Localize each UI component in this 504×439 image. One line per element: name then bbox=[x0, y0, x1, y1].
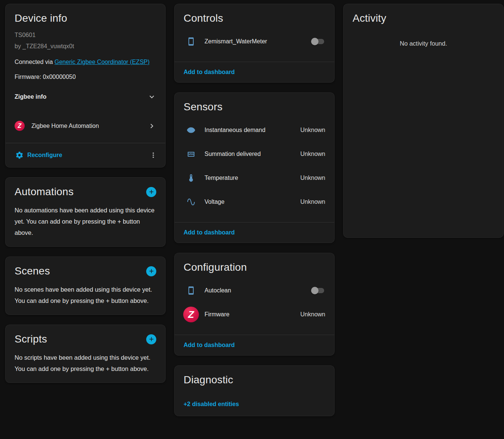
eye-icon bbox=[184, 126, 199, 135]
activity-title: Activity bbox=[353, 12, 494, 24]
add-script-button[interactable] bbox=[146, 334, 156, 344]
scenes-empty-text: No scenes have been added using this dev… bbox=[15, 284, 156, 306]
scripts-title: Scripts bbox=[15, 333, 47, 345]
entity-row-summation-delivered[interactable]: Summation delivered Unknown bbox=[184, 142, 325, 166]
integration-name: Zigbee Home Automation bbox=[31, 123, 141, 129]
entity-row-voltage[interactable]: Voltage Unknown bbox=[184, 190, 325, 214]
water-meter-toggle[interactable] bbox=[311, 38, 325, 45]
sine-wave-icon bbox=[184, 197, 199, 206]
entity-row-firmware[interactable]: Z Firmware Unknown bbox=[184, 303, 325, 326]
configuration-add-to-dashboard-link[interactable]: Add to dashboard bbox=[184, 342, 235, 348]
entity-value: Unknown bbox=[300, 311, 325, 318]
entity-row-instantaneous-demand[interactable]: Instantaneous demand Unknown bbox=[184, 118, 325, 142]
scripts-card: Scripts No scripts have been added using… bbox=[5, 325, 166, 383]
add-scene-button[interactable] bbox=[146, 266, 156, 276]
entity-name: Autoclean bbox=[205, 287, 311, 294]
entity-name: Zemismart_WaterMeter bbox=[205, 38, 311, 45]
entity-name: Firmware bbox=[205, 311, 296, 318]
cellphone-icon bbox=[184, 37, 199, 46]
chevron-down-icon bbox=[147, 92, 156, 101]
thermometer-icon bbox=[184, 174, 199, 182]
entity-row-temperature[interactable]: Temperature Unknown bbox=[184, 166, 325, 190]
reconfigure-label: Reconfigure bbox=[27, 152, 62, 159]
device-firmware: Firmware: 0x00000050 bbox=[15, 71, 156, 83]
zha-logo-icon: Z bbox=[184, 307, 199, 322]
device-info-title: Device info bbox=[15, 12, 156, 24]
entity-value: Unknown bbox=[300, 151, 325, 157]
diagnostic-card: Diagnostic +2 disabled entities bbox=[174, 365, 335, 416]
entity-row-autoclean[interactable]: Autoclean bbox=[184, 279, 325, 303]
left-column: Device info TS0601 by _TZE284_vuwtqx0t C… bbox=[5, 4, 166, 435]
controls-add-to-dashboard-link[interactable]: Add to dashboard bbox=[184, 69, 235, 75]
entity-value: Unknown bbox=[300, 175, 325, 181]
device-model: TS0601 bbox=[15, 30, 156, 41]
automations-empty-text: No automations have been added using thi… bbox=[15, 205, 156, 238]
zigbee-info-label: Zigbee info bbox=[15, 93, 46, 100]
activity-card: Activity No activity found. bbox=[343, 4, 504, 238]
entity-row-water-meter[interactable]: Zemismart_WaterMeter bbox=[184, 30, 325, 53]
connected-via-prefix: Connected via bbox=[15, 59, 55, 65]
device-menu-button[interactable] bbox=[146, 148, 161, 163]
entity-name: Voltage bbox=[205, 199, 296, 205]
device-actions-bar: Reconfigure bbox=[6, 143, 165, 167]
configuration-card: Configuration Autoclean Z Firmware bbox=[174, 253, 335, 356]
automations-card: Automations No automations have been add… bbox=[5, 177, 166, 247]
plus-icon bbox=[148, 188, 155, 195]
activity-empty-text: No activity found. bbox=[353, 40, 494, 47]
right-column: Activity No activity found. bbox=[343, 4, 504, 435]
cellphone-icon bbox=[184, 286, 199, 295]
autoclean-toggle[interactable] bbox=[311, 287, 325, 294]
reconfigure-gear-icon bbox=[15, 151, 24, 159]
scenes-card: Scenes No scenes have been added using t… bbox=[5, 257, 166, 315]
controls-card: Controls Zemismart_WaterMeter Add to das… bbox=[174, 4, 335, 83]
entity-name: Summation delivered bbox=[205, 151, 296, 157]
add-automation-button[interactable] bbox=[146, 187, 156, 197]
entity-name: Instantaneous demand bbox=[205, 127, 296, 133]
device-manufacturer: by _TZE284_vuwtqx0t bbox=[15, 41, 156, 52]
scripts-empty-text: No scripts have been added using this de… bbox=[15, 352, 156, 374]
sensors-card: Sensors Instantaneous demand Unknown S bbox=[174, 92, 335, 243]
diagnostic-title: Diagnostic bbox=[184, 374, 325, 386]
sensors-add-to-dashboard-link[interactable]: Add to dashboard bbox=[184, 229, 235, 236]
plus-icon bbox=[148, 336, 155, 343]
entity-value: Unknown bbox=[300, 127, 325, 133]
meter-icon bbox=[184, 150, 199, 159]
coordinator-link[interactable]: Generic Zigbee Coordinator (EZSP) bbox=[55, 59, 150, 65]
entity-value: Unknown bbox=[300, 199, 325, 205]
controls-title: Controls bbox=[184, 12, 325, 24]
dots-vertical-icon bbox=[149, 151, 157, 159]
entity-name: Temperature bbox=[205, 175, 296, 181]
zha-integration-link[interactable]: Z Zigbee Home Automation bbox=[15, 121, 156, 131]
zha-logo-icon: Z bbox=[15, 121, 25, 131]
disabled-entities-link[interactable]: +2 disabled entities bbox=[184, 401, 239, 408]
scenes-title: Scenes bbox=[15, 265, 50, 277]
reconfigure-button[interactable]: Reconfigure bbox=[13, 148, 64, 162]
chevron-right-icon bbox=[147, 122, 156, 131]
zigbee-info-expander[interactable]: Zigbee info bbox=[15, 88, 156, 106]
device-page: Device info TS0601 by _TZE284_vuwtqx0t C… bbox=[0, 0, 504, 439]
plus-icon bbox=[148, 268, 155, 274]
automations-title: Automations bbox=[15, 186, 74, 198]
configuration-title: Configuration bbox=[184, 261, 325, 273]
middle-column: Controls Zemismart_WaterMeter Add to das… bbox=[174, 4, 335, 435]
connected-via-text: Connected via Generic Zigbee Coordinator… bbox=[15, 56, 156, 68]
sensors-title: Sensors bbox=[184, 101, 325, 113]
device-info-card: Device info TS0601 by _TZE284_vuwtqx0t C… bbox=[5, 4, 166, 168]
